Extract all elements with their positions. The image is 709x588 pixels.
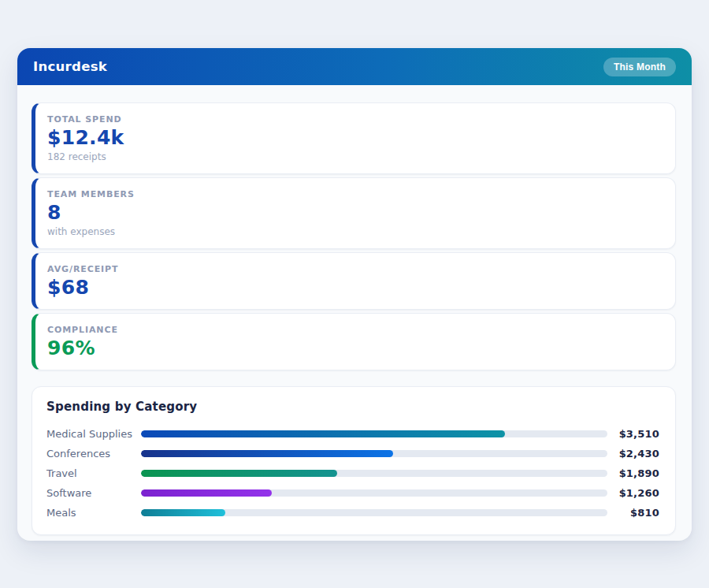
app-header: Incurdesk This Month: [17, 48, 692, 85]
category-value: $810: [607, 507, 659, 519]
bar-track: [141, 509, 607, 516]
stat-card-total-spend: TOTAL SPEND $12.4k 182 receipts: [32, 102, 676, 174]
bar-track: [141, 489, 607, 497]
stat-label: TEAM MEMBERS: [47, 189, 659, 199]
period-badge[interactable]: This Month: [603, 58, 676, 76]
stat-value: $12.4k: [47, 127, 659, 148]
category-value: $1,890: [607, 467, 659, 479]
stat-sub: with expenses: [47, 226, 659, 237]
stat-card-avg-receipt: AVG/RECEIPT $68: [32, 252, 676, 310]
app-title: Incurdesk: [33, 59, 107, 74]
section-title: Spending by Category: [46, 400, 659, 414]
category-row-conferences: Conferences $2,430: [46, 444, 659, 463]
category-label: Medical Supplies: [46, 428, 141, 440]
category-row-travel: Travel $1,890: [46, 463, 659, 483]
bar-fill-conferences: [141, 450, 393, 457]
category-label: Meals: [46, 507, 141, 519]
stat-label: COMPLIANCE: [47, 325, 659, 335]
category-value: $2,430: [607, 448, 659, 460]
category-row-software: Software $1,260: [46, 483, 659, 503]
category-value: $1,260: [607, 487, 659, 499]
category-value: $3,510: [607, 428, 659, 440]
dashboard-panel: Incurdesk This Month TOTAL SPEND $12.4k …: [17, 48, 692, 541]
bar-track: [141, 470, 607, 477]
category-row-medical-supplies: Medical Supplies $3,510: [46, 424, 659, 444]
stat-value: 8: [47, 202, 659, 223]
bar-fill-medical-supplies: [141, 430, 505, 437]
category-row-meals: Meals $810: [46, 503, 659, 523]
category-label: Software: [46, 487, 141, 499]
stat-card-compliance: COMPLIANCE 96%: [32, 313, 676, 370]
bar-track: [141, 450, 607, 457]
bar-fill-software: [141, 489, 272, 497]
category-label: Conferences: [46, 448, 141, 460]
stat-sub: 182 receipts: [47, 151, 659, 162]
stat-value: 96%: [47, 337, 659, 359]
bar-track: [141, 430, 607, 437]
stats-stack: TOTAL SPEND $12.4k 182 receipts TEAM MEM…: [32, 102, 676, 370]
stat-card-team-members: TEAM MEMBERS 8 with expenses: [32, 177, 676, 249]
bar-fill-meals: [141, 509, 225, 516]
category-label: Travel: [46, 467, 141, 479]
stat-label: TOTAL SPEND: [47, 114, 659, 125]
bar-fill-travel: [141, 470, 337, 477]
stat-value: $68: [47, 277, 659, 298]
spending-by-category-card: Spending by Category Medical Supplies $3…: [32, 386, 676, 535]
dashboard-body: TOTAL SPEND $12.4k 182 receipts TEAM MEM…: [17, 85, 692, 553]
stat-label: AVG/RECEIPT: [47, 264, 659, 274]
